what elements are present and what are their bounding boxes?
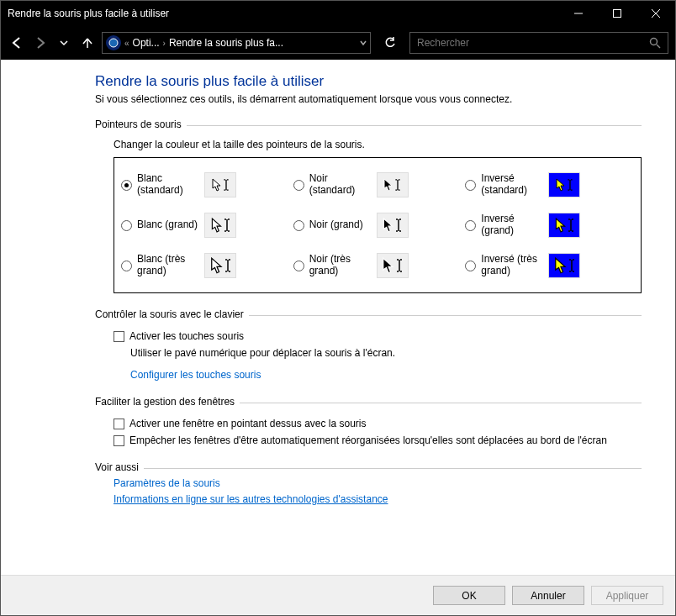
control-panel-icon (106, 35, 121, 50)
titlebar-buttons (559, 1, 675, 26)
pointer-option-inv-xl[interactable]: Inversé (très grand) (465, 247, 634, 284)
pointer-label: Blanc (grand) (137, 219, 199, 231)
chevron-left-icon: « (124, 39, 129, 48)
radio-white-lg[interactable] (121, 220, 132, 231)
back-button[interactable] (8, 34, 26, 52)
pointer-preview (548, 213, 580, 238)
pointer-label: Noir (très grand) (309, 254, 372, 277)
pointer-preview (377, 172, 409, 197)
pointer-preview (548, 172, 580, 197)
mouse-keys-desc: Utiliser le pavé numérique pour déplacer… (130, 347, 642, 359)
pointer-option-black-lg[interactable]: Noir (grand) (293, 207, 462, 244)
search-box[interactable] (409, 32, 668, 54)
pointer-label: Inversé (standard) (481, 173, 543, 197)
link-config-mouse-keys[interactable]: Configurer les touches souris (130, 369, 261, 381)
breadcrumb[interactable]: « Opti... › Rendre la souris plus fa... (102, 32, 371, 54)
pointer-preview (204, 172, 236, 197)
breadcrumb-seg-1[interactable]: Opti... (133, 37, 160, 49)
titlebar: Rendre la souris plus facile à utiliser (1, 1, 675, 26)
page-heading: Rendre la souris plus facile à utiliser (95, 73, 642, 90)
window: Rendre la souris plus facile à utiliser … (0, 0, 676, 616)
checkbox-mouse-keys-row[interactable]: Activer les touches souris (114, 330, 642, 342)
recent-dropdown[interactable] (55, 34, 73, 52)
radio-white-std[interactable] (121, 180, 132, 191)
up-button[interactable] (78, 34, 97, 52)
fieldset-pointers: Pointeurs de souris Changer la couleur e… (95, 118, 642, 293)
legend-pointers: Pointeurs de souris (95, 118, 187, 130)
svg-point-5 (651, 39, 658, 45)
radio-inv-lg[interactable] (465, 220, 476, 231)
pointer-option-black-std[interactable]: Noir (standard) (293, 166, 462, 203)
legend-window-mgmt: Faciliter la gestion des fenêtres (95, 396, 240, 408)
svg-line-6 (657, 45, 660, 48)
pointer-preview (548, 253, 580, 278)
svg-rect-1 (614, 10, 621, 18)
radio-black-std[interactable] (293, 180, 304, 191)
pointer-label: Blanc (standard) (137, 173, 199, 197)
checkbox-no-snap-row[interactable]: Empêcher les fenêtres d'être automatique… (114, 434, 642, 446)
pointer-label: Inversé (grand) (481, 213, 543, 237)
breadcrumb-seg-2[interactable]: Rendre la souris plus fa... (169, 37, 283, 49)
radio-white-xl[interactable] (121, 261, 132, 271)
maximize-button[interactable] (598, 1, 636, 26)
checkbox-no-snap-label: Empêcher les fenêtres d'être automatique… (129, 434, 607, 446)
radio-black-xl[interactable] (293, 261, 304, 271)
legend-keyboard: Contrôler la souris avec le clavier (95, 308, 249, 320)
search-icon[interactable] (649, 37, 661, 49)
checkbox-hover-activate[interactable] (114, 419, 124, 429)
content-area: Rendre la souris plus facile à utiliser … (1, 60, 675, 615)
pointer-option-inv-lg[interactable]: Inversé (grand) (465, 207, 634, 244)
radio-inv-xl[interactable] (465, 261, 476, 271)
apply-button: Appliquer (591, 586, 663, 605)
fieldset-window-mgmt: Faciliter la gestion des fenêtres Active… (95, 396, 642, 446)
pointer-preview (204, 253, 236, 278)
forward-button[interactable] (31, 34, 50, 52)
refresh-button[interactable] (376, 37, 404, 49)
cancel-button[interactable]: Annuler (512, 586, 584, 605)
legend-seealso: Voir aussi (95, 461, 144, 473)
pointer-option-white-xl[interactable]: Blanc (très grand) (121, 247, 290, 284)
pointer-option-inv-std[interactable]: Inversé (standard) (465, 166, 634, 203)
breadcrumb-dropdown[interactable] (360, 39, 367, 46)
pointer-preview (377, 213, 409, 238)
pointer-label: Inversé (très grand) (481, 254, 543, 277)
checkbox-hover-activate-row[interactable]: Activer une fenêtre en pointant dessus a… (114, 418, 642, 429)
pointer-label: Noir (grand) (309, 219, 372, 231)
radio-black-lg[interactable] (293, 220, 304, 231)
radio-inv-std[interactable] (465, 180, 476, 191)
ok-button[interactable]: OK (433, 586, 505, 605)
page-subtitle: Si vous sélectionnez ces outils, ils dém… (95, 93, 642, 105)
close-button[interactable] (636, 1, 675, 26)
pointer-preview (377, 253, 409, 278)
window-title: Rendre la souris plus facile à utiliser (8, 8, 559, 19)
minimize-button[interactable] (559, 1, 598, 26)
pointers-desc: Changer la couleur et la taille des poin… (114, 139, 642, 150)
pointer-option-white-std[interactable]: Blanc (standard) (121, 166, 290, 203)
pointer-label: Noir (standard) (309, 173, 372, 197)
checkbox-hover-activate-label: Activer une fenêtre en pointant dessus a… (129, 418, 367, 429)
navbar: « Opti... › Rendre la souris plus fa... (1, 26, 675, 60)
pointer-label: Blanc (très grand) (137, 254, 199, 277)
pointer-preview (204, 213, 236, 238)
fieldset-seealso: Voir aussi Paramètres de la souris Infor… (95, 461, 642, 505)
link-mouse-settings[interactable]: Paramètres de la souris (114, 477, 642, 489)
checkbox-mouse-keys[interactable] (114, 331, 124, 342)
chevron-right-icon: › (163, 39, 166, 48)
content: Rendre la souris plus facile à utiliser … (1, 60, 675, 575)
pointer-grid: Blanc (standard)Noir (standard)Inversé (… (114, 157, 642, 293)
link-online-info[interactable]: Informations en ligne sur les autres tec… (114, 493, 642, 505)
footer: OK Annuler Appliquer (1, 575, 675, 615)
svg-point-4 (109, 39, 118, 47)
checkbox-mouse-keys-label: Activer les touches souris (129, 330, 244, 342)
search-input[interactable] (417, 37, 649, 49)
checkbox-no-snap[interactable] (114, 435, 124, 446)
fieldset-keyboard: Contrôler la souris avec le clavier Acti… (95, 308, 642, 381)
pointer-option-black-xl[interactable]: Noir (très grand) (293, 247, 462, 284)
pointer-option-white-lg[interactable]: Blanc (grand) (121, 207, 290, 244)
